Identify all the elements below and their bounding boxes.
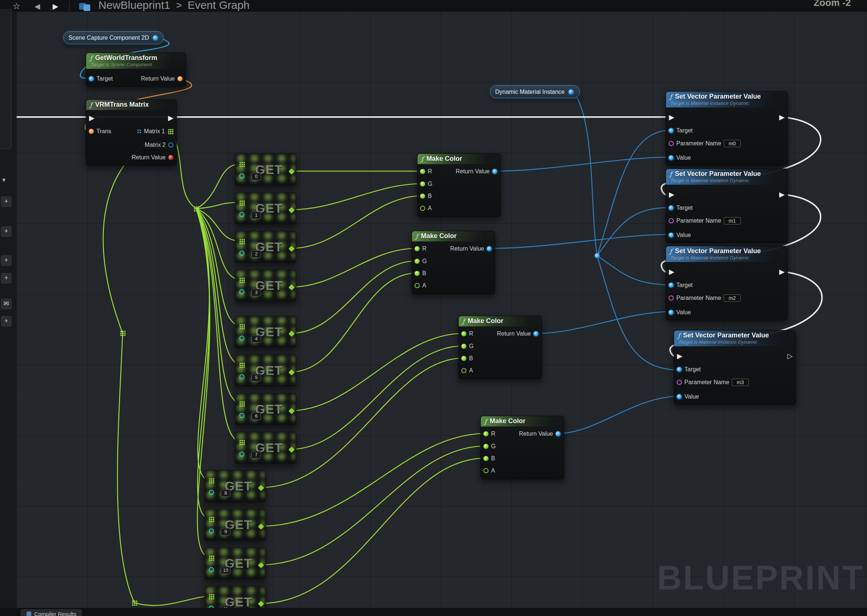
wire-left-loop[interactable] xyxy=(118,333,134,603)
exec-in-pin[interactable]: ▶ xyxy=(669,268,675,276)
wire-get-to-makecolor[interactable] xyxy=(260,458,486,603)
wire-reroute-to-target[interactable] xyxy=(597,207,671,256)
a-pin[interactable] xyxy=(420,206,425,211)
reroute-node[interactable] xyxy=(120,330,126,336)
array-get-node[interactable]: GET 9 xyxy=(205,509,266,541)
reroute-node[interactable] xyxy=(595,253,600,258)
array-get-node[interactable]: GET 5 xyxy=(235,354,296,387)
compiler-results-tab[interactable]: Compiler Results xyxy=(21,610,82,616)
add-button[interactable]: + xyxy=(1,273,11,283)
make-color-node[interactable]: ƒ Make Color R G B A Return Value xyxy=(412,231,495,294)
r-pin[interactable] xyxy=(420,169,425,174)
a-pin[interactable] xyxy=(461,368,466,373)
wire-get-to-makecolor[interactable] xyxy=(291,184,422,210)
wire-material-to-reroute[interactable] xyxy=(573,91,597,256)
index-badge[interactable]: 1 xyxy=(252,212,261,219)
forward-arrow-icon[interactable]: ▶ xyxy=(53,2,58,11)
wire-color-to-value[interactable] xyxy=(489,234,671,248)
value-pin[interactable] xyxy=(669,310,674,315)
exec-out-pin[interactable]: ▶ xyxy=(779,113,785,121)
wire-get-to-makecolor[interactable] xyxy=(291,196,422,248)
parameter-name-pin[interactable] xyxy=(669,141,674,146)
favorite-star-icon[interactable]: ☆ xyxy=(13,2,20,11)
index-badge[interactable]: 10 xyxy=(221,567,230,574)
exec-in-pin[interactable]: ▶ xyxy=(677,352,683,360)
mail-icon[interactable]: ✉ xyxy=(1,299,11,309)
exec-out-pin[interactable]: ▶ xyxy=(168,114,173,122)
matrix1-array-output-pin[interactable] xyxy=(167,129,173,134)
r-pin[interactable] xyxy=(415,246,420,251)
exec-out-pin[interactable]: ▶ xyxy=(779,268,785,276)
wire-reroute-to-target[interactable] xyxy=(597,256,671,285)
parameter-name-pin[interactable] xyxy=(669,218,674,223)
exec-in-pin[interactable]: ▶ xyxy=(669,191,675,199)
b-pin[interactable] xyxy=(420,193,425,199)
array-get-node[interactable]: GET 3 xyxy=(235,269,296,302)
a-pin[interactable] xyxy=(483,468,489,473)
add-button[interactable]: + xyxy=(1,316,11,327)
set-vector-parameter-node[interactable]: ƒ Set Vector Parameter Value Target is M… xyxy=(674,330,796,404)
matrix2-output-pin[interactable] xyxy=(168,142,173,148)
r-pin[interactable] xyxy=(461,331,466,336)
vrmtrans-matrix-node[interactable]: ƒ VRMTrans Matrix ▶ ▶ Trans Matrix 1 Mat… xyxy=(86,99,177,166)
return-value-pin[interactable] xyxy=(492,169,497,174)
g-pin[interactable] xyxy=(461,344,466,349)
wire-get-to-makecolor[interactable] xyxy=(291,248,417,287)
dynamic-material-variable-node[interactable]: Dynamic Material Instance xyxy=(490,85,580,98)
target-pin[interactable] xyxy=(677,367,682,372)
value-pin[interactable] xyxy=(669,155,674,160)
make-color-node[interactable]: ƒ Make Color R G B A Return Value xyxy=(417,154,501,217)
array-get-node[interactable]: GET 1 xyxy=(235,192,296,225)
index-badge[interactable]: 9 xyxy=(221,528,230,536)
get-world-transform-node[interactable]: ƒ GetWorldTransform Target is Scene Comp… xyxy=(86,53,186,87)
wire-get-to-makecolor[interactable] xyxy=(291,346,464,449)
add-button[interactable]: + xyxy=(1,255,11,266)
index-badge[interactable]: 5 xyxy=(252,374,261,381)
wire-reroute-to-target[interactable] xyxy=(597,130,671,256)
return-value-pin[interactable] xyxy=(168,155,173,160)
array-get-node[interactable]: GET 4 xyxy=(235,316,296,348)
return-value-pin[interactable] xyxy=(555,431,561,437)
exec-in-pin[interactable]: ▶ xyxy=(669,113,675,121)
wire-get-to-makecolor[interactable] xyxy=(291,333,464,411)
back-arrow-icon[interactable]: ◀ xyxy=(35,2,40,11)
g-pin[interactable] xyxy=(420,181,425,187)
parameter-name-pin[interactable] xyxy=(669,295,674,301)
parameter-name-input[interactable]: m3 xyxy=(732,379,749,386)
g-pin[interactable] xyxy=(483,444,489,449)
return-value-pin[interactable] xyxy=(533,331,539,336)
reroute-node[interactable] xyxy=(131,600,137,606)
index-badge[interactable]: 4 xyxy=(252,335,261,343)
wire-color-to-value[interactable] xyxy=(495,157,671,171)
set-vector-parameter-node[interactable]: ƒ Set Vector Parameter Value Target is M… xyxy=(666,91,788,166)
wire-color-to-value[interactable] xyxy=(536,312,671,333)
exec-out-pin[interactable]: ▶ xyxy=(779,191,785,199)
index-badge[interactable]: 7 xyxy=(252,451,261,459)
exec-in-pin[interactable]: ▶ xyxy=(89,114,94,122)
set-vector-parameter-node[interactable]: ƒ Set Vector Parameter Value Target is M… xyxy=(666,246,788,320)
target-pin[interactable] xyxy=(669,205,674,211)
array-get-node[interactable]: GET 10 xyxy=(205,547,266,580)
set-vector-parameter-node[interactable]: ƒ Set Vector Parameter Value Target is M… xyxy=(666,168,788,243)
scene-capture-variable-node[interactable]: Scene Capture Component 2D xyxy=(63,31,164,44)
index-badge[interactable]: 2 xyxy=(252,250,261,258)
breadcrumb-graph-name[interactable]: Event Graph xyxy=(188,0,250,11)
array-get-node[interactable]: GET 6 xyxy=(235,393,296,425)
wire-left-loop[interactable] xyxy=(134,596,211,605)
b-pin[interactable] xyxy=(483,456,489,461)
object-output-pin[interactable] xyxy=(153,35,158,41)
parameter-name-input[interactable]: m1 xyxy=(724,217,741,225)
array-get-node[interactable]: GET 8 xyxy=(205,470,266,502)
make-color-node[interactable]: ƒ Make Color R G B A Return Value xyxy=(480,416,564,479)
target-pin[interactable] xyxy=(669,283,674,288)
return-value-pin[interactable] xyxy=(487,246,492,251)
exec-out-pin[interactable]: ▷ xyxy=(787,352,793,360)
add-button[interactable]: + xyxy=(1,196,11,207)
value-pin[interactable] xyxy=(677,394,682,399)
index-badge[interactable]: 3 xyxy=(252,289,261,296)
r-pin[interactable] xyxy=(483,431,489,437)
index-badge[interactable]: 8 xyxy=(221,489,230,497)
parameter-name-input[interactable]: m0 xyxy=(724,140,741,147)
target-pin[interactable] xyxy=(89,76,94,81)
target-pin[interactable] xyxy=(669,128,674,133)
